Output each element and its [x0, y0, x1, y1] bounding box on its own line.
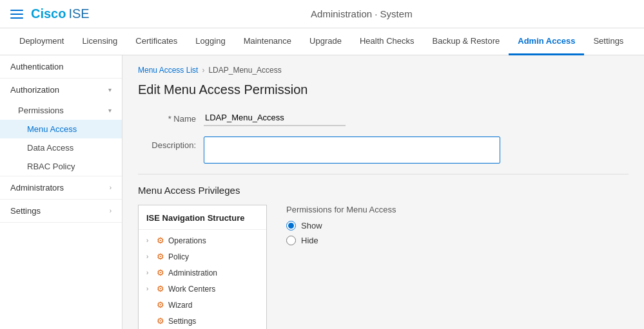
nav-item-icon: ⚙ — [157, 316, 164, 326]
privileges-title: Menu Access Privileges — [138, 185, 629, 196]
content-area: Menu Access List › LDAP_Menu_Access Edit… — [122, 55, 644, 329]
nav-tree-settings-item[interactable]: › ⚙ Settings — [139, 313, 266, 329]
nav-tree-operations[interactable]: › ⚙ Operations — [139, 232, 266, 249]
sidebar-settings-label: Settings — [10, 206, 41, 216]
brand-ise: ISE — [68, 6, 89, 21]
show-radio-label[interactable]: Show — [301, 221, 322, 230]
page-title: Edit Menu Access Permission — [138, 82, 629, 97]
show-radio-row: Show — [286, 221, 402, 230]
nav-structure-box: ISE Navigation Structure › ⚙ Operations … — [138, 205, 267, 329]
expand-icon: › — [146, 237, 153, 244]
nav-tree-wizard[interactable]: › ⚙ Wizard — [139, 297, 266, 313]
show-radio[interactable] — [286, 221, 296, 230]
breadcrumb-separator: › — [202, 66, 204, 75]
privileges-layout: ISE Navigation Structure › ⚙ Operations … — [138, 205, 629, 329]
hide-radio-row: Hide — [286, 236, 402, 245]
nav-admin-access[interactable]: Admin Access — [509, 28, 584, 55]
nav-backup-restore[interactable]: Backup & Restore — [424, 28, 509, 55]
nav-item-icon: ⚙ — [157, 236, 164, 245]
expand-icon: › — [146, 269, 153, 276]
permissions-panel: Permissions for Menu Access Show Hide — [286, 205, 402, 250]
permissions-panel-label: Permissions for Menu Access — [286, 205, 402, 214]
nav-settings[interactable]: Settings — [584, 28, 632, 55]
expand-icon: › — [146, 253, 153, 260]
sidebar-settings-header[interactable]: Settings › — [0, 200, 122, 222]
sidebar-administrators-label: Administrators — [10, 183, 64, 193]
sidebar-authentication-label: Authentication — [10, 62, 63, 71]
sidebar-menu-access[interactable]: Menu Access — [0, 120, 122, 138]
nav-item-label: Administration — [168, 268, 217, 277]
page-title-bar: Administration · System — [90, 8, 634, 19]
nav-licensing[interactable]: Licensing — [73, 28, 126, 55]
nav-maintenance[interactable]: Maintenance — [235, 28, 300, 55]
sidebar-authorization-header[interactable]: Authorization ▾ — [0, 79, 122, 101]
nav-logging[interactable]: Logging — [186, 28, 234, 55]
nav-structure-title: ISE Navigation Structure — [139, 213, 266, 230]
nav-tree-work-centers[interactable]: › ⚙ Work Centers — [139, 281, 266, 297]
chevron-right-icon: › — [110, 207, 112, 214]
form-name-row: * Name — [138, 110, 629, 126]
sidebar-section-authorization: Authorization ▾ Permissions ▾ Menu Acces… — [0, 79, 122, 176]
nav-item-label: Policy — [168, 252, 189, 261]
nav-item-icon: ⚙ — [157, 268, 164, 277]
brand-logo: Cisco ISE — [31, 6, 90, 21]
nav-item-icon: ⚙ — [157, 284, 164, 294]
form-divider — [138, 174, 629, 174]
chevron-down-icon: ▾ — [108, 86, 112, 93]
nav-deployment[interactable]: Deployment — [10, 28, 73, 55]
sidebar-rbac-policy[interactable]: RBAC Policy — [0, 157, 122, 176]
breadcrumb: Menu Access List › LDAP_Menu_Access — [138, 66, 629, 75]
breadcrumb-parent[interactable]: Menu Access List — [138, 66, 198, 75]
brand-cisco: Cisco — [31, 6, 66, 21]
hide-radio-label[interactable]: Hide — [301, 236, 318, 245]
nav-health-checks[interactable]: Health Checks — [351, 28, 424, 55]
nav-tree-policy[interactable]: › ⚙ Policy — [139, 249, 266, 265]
nav-item-label: Wizard — [168, 301, 192, 310]
breadcrumb-current: LDAP_Menu_Access — [208, 66, 281, 75]
nav-item-icon: ⚙ — [157, 252, 164, 261]
sidebar-authorization-label: Authorization — [10, 85, 59, 95]
name-input[interactable] — [204, 110, 346, 126]
nav-item-label: Operations — [168, 236, 206, 245]
sidebar-administrators-header[interactable]: Administrators › — [0, 176, 122, 199]
expand-icon: › — [146, 285, 153, 292]
chevron-right-icon: › — [110, 184, 112, 191]
nav-item-icon: ⚙ — [157, 300, 164, 310]
secondary-nav: Deployment Licensing Certificates Loggin… — [0, 28, 644, 55]
hamburger-menu[interactable] — [10, 10, 23, 19]
nav-item-label: Settings — [168, 317, 196, 326]
nav-item-label: Work Centers — [168, 285, 215, 294]
top-bar: Cisco ISE Administration · System — [0, 0, 644, 28]
sidebar-section-administrators: Administrators › — [0, 176, 122, 200]
sidebar-data-access[interactable]: Data Access — [0, 138, 122, 157]
chevron-down-icon: ▾ — [108, 107, 112, 114]
sidebar-authentication-header[interactable]: Authentication — [0, 55, 122, 78]
sidebar-section-authentication: Authentication — [0, 55, 122, 79]
main-layout: Authentication Authorization ▾ Permissio… — [0, 55, 644, 329]
sidebar-permissions-header[interactable]: Permissions ▾ — [0, 101, 122, 120]
hide-radio[interactable] — [286, 236, 296, 245]
name-label: * Name — [138, 110, 196, 124]
nav-upgrade[interactable]: Upgrade — [300, 28, 351, 55]
description-label: Description: — [138, 136, 196, 150]
sidebar-section-settings: Settings › — [0, 200, 122, 223]
description-textarea[interactable] — [204, 136, 500, 164]
form-description-row: Description: — [138, 136, 629, 164]
sidebar: Authentication Authorization ▾ Permissio… — [0, 55, 122, 329]
nav-tree-administration[interactable]: › ⚙ Administration — [139, 265, 266, 281]
nav-certificates[interactable]: Certificates — [126, 28, 186, 55]
